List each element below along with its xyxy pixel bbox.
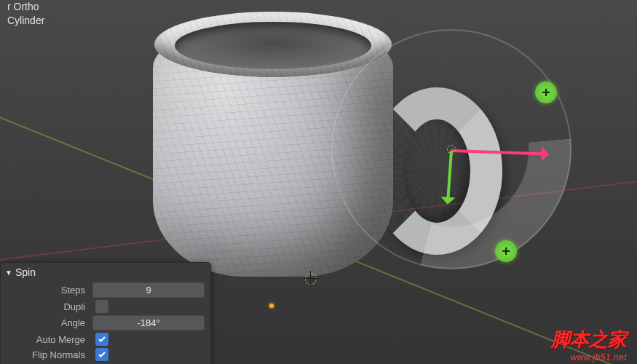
check-icon xyxy=(98,350,106,359)
flipnormals-label: Flip Normals xyxy=(5,349,92,360)
chevron-down-icon: ▼ xyxy=(5,269,12,277)
dupli-label: Dupli xyxy=(5,301,92,312)
steps-input[interactable]: 9 xyxy=(92,282,205,298)
mug-inner xyxy=(175,22,371,69)
angle-input[interactable]: -184° xyxy=(92,315,205,331)
viewport-overlay-text: r Ortho Cylinder xyxy=(7,0,44,28)
3d-cursor-icon xyxy=(303,271,319,287)
automerge-checkbox[interactable] xyxy=(95,333,108,346)
steps-label: Steps xyxy=(5,285,92,296)
dupli-checkbox[interactable] xyxy=(95,300,108,313)
flipnormals-checkbox[interactable] xyxy=(95,348,108,361)
automerge-label: Auto Merge xyxy=(5,334,92,345)
mesh-object-mug[interactable] xyxy=(138,0,415,298)
watermark-cn: 脚本之家 xyxy=(551,327,627,352)
watermark-url: www.jb51.net xyxy=(571,352,627,363)
operator-title: Spin xyxy=(15,266,36,278)
operator-panel-header[interactable]: ▼ Spin xyxy=(5,266,205,278)
operator-panel-spin[interactable]: ▼ Spin Steps 9 Dupli Angle -184° Auto Me… xyxy=(0,262,211,364)
origin-dot-icon xyxy=(269,304,274,308)
check-icon xyxy=(98,335,106,344)
angle-label: Angle xyxy=(5,317,92,328)
check-icon xyxy=(98,302,106,311)
